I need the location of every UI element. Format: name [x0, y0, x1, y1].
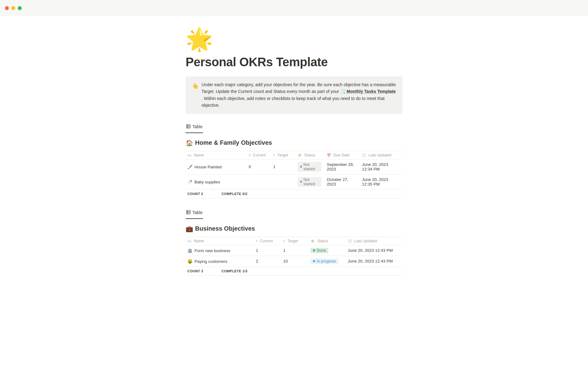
- complete-stat-1: COMPLETE 0/2: [221, 192, 247, 196]
- col-lastupdated-2: 🕐 Last Updated: [346, 237, 402, 245]
- maximize-button[interactable]: [18, 6, 22, 10]
- table-row[interactable]: 🤑Paying customers 2 10 In progress June …: [186, 256, 402, 266]
- cell-status: Done: [309, 245, 346, 256]
- table-header-row-2: Aa Name # Current # Target ✳️ Status 🕐 L…: [186, 237, 402, 245]
- cell-name: 🖌️House Painted: [186, 159, 247, 174]
- cell-lastupdated: June 20, 2023 12:34 PM: [360, 159, 402, 174]
- col-current-1: # Current: [247, 151, 271, 159]
- col-lastupdated-1: 🕐 Last Updated: [360, 151, 402, 159]
- status-dot: [300, 181, 302, 183]
- svg-rect-0: [187, 125, 190, 128]
- count-stat-1: COUNT 2: [187, 192, 203, 196]
- cell-name: 🍼Baby supplies: [186, 174, 247, 189]
- traffic-lights: [5, 6, 22, 10]
- section-business: 💼 Business Objectives Aa Name # Current …: [186, 225, 402, 276]
- cell-current: 1: [254, 245, 281, 256]
- callout-icon: 👆: [192, 82, 198, 109]
- count-stat-2: COUNT 3: [187, 269, 203, 273]
- col-target-2: # Target: [281, 237, 309, 245]
- page-title: Personal OKRs Template: [186, 55, 402, 69]
- section-icon-home: 🏠: [186, 139, 193, 147]
- section-title-business: 💼 Business Objectives: [186, 225, 402, 232]
- cell-name: 🤑Paying customers: [186, 256, 254, 266]
- status-badge: Done: [311, 248, 328, 253]
- status-dot: [313, 249, 315, 251]
- section-home-family: 🏠 Home & Family Objectives Aa Name # Cur…: [186, 139, 402, 198]
- monthly-tasks-link[interactable]: 🗒️ Monthly Tasks Template: [340, 88, 396, 95]
- complete-stat-2: COMPLETE 1/3: [221, 269, 247, 273]
- table-header-row-1: Aa Name # Current # Target ✳️ Status 📅 D…: [186, 151, 402, 159]
- col-duedate-1: 📅 Due Date: [325, 151, 360, 159]
- callout-box: 👆 Under each major category, add your ob…: [186, 76, 402, 114]
- table-icon-1: [186, 124, 190, 129]
- cell-current: 2: [254, 256, 281, 266]
- callout-text-part2: . Within each objective, add notes or ch…: [202, 96, 385, 108]
- cell-status: Not started: [296, 159, 325, 174]
- cell-name: 🏛️Form new business: [186, 245, 254, 256]
- table-footer-2: COUNT 3 COMPLETE 1/3: [186, 267, 402, 276]
- table-row[interactable]: 🖌️House Painted 0 1 Not started Septembe…: [186, 159, 402, 174]
- cell-target: [271, 174, 296, 189]
- cell-target: 1: [271, 159, 296, 174]
- page-content: 🌟 Personal OKRs Template 👆 Under each ma…: [156, 16, 432, 310]
- cell-target: 1: [281, 245, 309, 256]
- section-icon-business: 💼: [186, 225, 193, 232]
- status-dot: [313, 260, 315, 262]
- section-title-home-family: 🏠 Home & Family Objectives: [186, 139, 402, 147]
- home-family-table: Aa Name # Current # Target ✳️ Status 📅 D…: [186, 151, 402, 190]
- table-footer-1: COUNT 2 COMPLETE 0/2: [186, 190, 402, 198]
- status-dot: [300, 166, 302, 168]
- business-table: Aa Name # Current # Target ✳️ Status 🕐 L…: [186, 237, 402, 267]
- cell-target: 10: [281, 256, 309, 266]
- table-view-tab-2[interactable]: Table: [186, 208, 203, 219]
- table-row[interactable]: 🏛️Form new business 1 1 Done June 20, 20…: [186, 245, 402, 256]
- col-name-2: Aa Name: [186, 237, 254, 245]
- col-current-2: # Current: [254, 237, 281, 245]
- titlebar: [0, 0, 588, 16]
- callout-text: Under each major category, add your obje…: [202, 81, 396, 109]
- table-row[interactable]: 🍼Baby supplies Not started October 27, 2…: [186, 174, 402, 189]
- cell-lastupdated: June 20, 2023 12:43 PM: [346, 256, 402, 266]
- cell-lastupdated: June 20, 2023 12:43 PM: [346, 245, 402, 256]
- col-status-1: ✳️ Status: [296, 151, 325, 159]
- page-icon: 🌟: [186, 28, 402, 50]
- svg-rect-4: [187, 210, 190, 214]
- minimize-button[interactable]: [11, 6, 15, 10]
- close-button[interactable]: [5, 6, 9, 10]
- table-view-label-2: Table: [192, 210, 202, 215]
- cell-status: In progress: [309, 256, 346, 266]
- col-status-2: ✳️ Status: [309, 237, 346, 245]
- cell-current: 0: [247, 159, 271, 174]
- table-icon-2: [186, 210, 190, 215]
- status-badge: Not started: [298, 177, 321, 187]
- cell-duedate: October 27, 2023: [325, 174, 360, 189]
- status-badge: In progress: [311, 259, 338, 264]
- col-name-1: Aa Name: [186, 151, 247, 159]
- cell-lastupdated: June 20, 2023 12:35 PM: [360, 174, 402, 189]
- cell-status: Not started: [296, 174, 325, 189]
- table-view-label-1: Table: [192, 124, 202, 129]
- cell-current: [247, 174, 271, 189]
- cell-duedate: September 29, 2023: [325, 159, 360, 174]
- col-target-1: # Target: [271, 151, 296, 159]
- table-view-tab-1[interactable]: Table: [186, 122, 203, 133]
- status-badge: Not started: [298, 162, 321, 172]
